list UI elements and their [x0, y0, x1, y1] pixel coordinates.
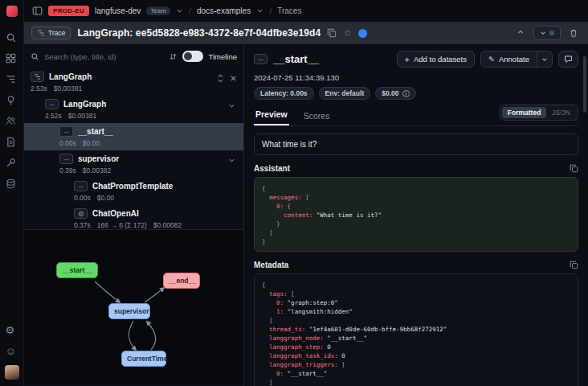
tracing-icon[interactable]	[6, 74, 18, 87]
tree-row-label: supervisor	[78, 154, 119, 163]
comment-button[interactable]	[558, 51, 578, 68]
span-icon: ↔	[45, 99, 59, 109]
langfuse-logo	[6, 6, 18, 17]
detail-header: ↔ __start__ + Add to datasets ✎ Annotate	[254, 51, 578, 68]
sidebar-toggle-icon[interactable]	[32, 6, 43, 16]
expand-all-icon[interactable]	[217, 74, 224, 83]
tree-row-label: LangGraph	[49, 72, 92, 81]
graph-node-start[interactable]: __start__	[56, 262, 98, 278]
span-icon: ↔	[59, 154, 73, 164]
collapse-chevron-icon[interactable]	[228, 102, 235, 109]
detail-tabs: Preview Scores Formatted JSON	[254, 106, 578, 126]
tab-scores[interactable]: Scores	[302, 108, 332, 125]
tree-row-label: LangGraph	[63, 100, 106, 109]
tree-search-input[interactable]	[44, 52, 164, 61]
org-switcher-chevron-icon[interactable]	[176, 7, 183, 14]
graph-node-currenttime[interactable]: CurrentTime	[121, 351, 166, 367]
format-json-button[interactable]: JSON	[546, 107, 576, 118]
collapse-chevron-icon[interactable]	[228, 157, 235, 164]
tree-row-trace-langgraph[interactable]: LangGraph 2.53s$0.00381	[24, 68, 243, 96]
input-preview: What time is it?	[254, 133, 578, 155]
graph-node-end[interactable]: __end__	[163, 273, 200, 289]
observation-title: __start__	[273, 53, 319, 65]
tab-preview[interactable]: Preview	[254, 106, 289, 125]
tree-row-metrics: 0.00s$0.00	[74, 194, 237, 202]
trace-type-badge: Trace	[31, 27, 71, 39]
playground-icon[interactable]	[6, 158, 18, 170]
project-name[interactable]: docs-examples	[197, 6, 251, 15]
metadata-section-header: Metadata	[254, 261, 578, 269]
observation-tree: LangGraph 2.53s$0.00381 ↔ LangGraph 2.5	[24, 68, 243, 230]
timeline-toggle[interactable]	[182, 51, 203, 62]
trace-header: Trace LangGraph: ee5d5828-e983-4372-8e7f…	[24, 22, 588, 44]
annotate-split-button: ✎ Annotate	[480, 51, 553, 68]
project-switcher-chevron-icon[interactable]	[256, 7, 263, 14]
latency-badge: Latency: 0.00s	[254, 87, 314, 100]
observation-timestamp: 2024-07-25 11:34:39.130	[254, 73, 578, 82]
cost-badge[interactable]: $0.00 i	[375, 87, 415, 100]
assistant-section-header: Assistant	[254, 164, 578, 173]
badge-row: Latency: 0.00s Env: default $0.00 i	[254, 87, 578, 100]
tree-row-metrics: 2.52s$0.00381	[45, 112, 237, 120]
breadcrumb-separator: /	[189, 6, 191, 16]
delete-trace-icon[interactable]	[566, 26, 581, 40]
prompts-icon[interactable]	[6, 137, 18, 150]
metadata-label: Metadata	[254, 261, 288, 269]
annotate-button[interactable]: ✎ Annotate	[480, 51, 537, 68]
org-name[interactable]: langfuse-dev	[95, 6, 141, 15]
trace-icon	[31, 72, 44, 82]
users-icon[interactable]	[6, 116, 18, 129]
breadcrumb-separator: /	[269, 6, 272, 16]
span-icon: ↔	[254, 54, 267, 64]
tree-row-start[interactable]: ↔ __start__ 0.00s$0.00	[24, 123, 243, 150]
tree-row-span-langgraph[interactable]: ↔ LangGraph 2.52s$0.00381	[24, 96, 243, 123]
assistant-label: Assistant	[254, 164, 290, 173]
tree-row-supervisor[interactable]: ↔ supervisor 0.39s$0.00382	[24, 150, 243, 178]
copy-trace-id-icon[interactable]	[327, 28, 337, 38]
public-share-icon[interactable]	[358, 29, 367, 38]
support-icon[interactable]: ☺	[6, 343, 18, 356]
observation-tree-panel: Timeline LangGraph 2.53s$0.00381	[24, 44, 244, 386]
tree-row-label: ChatPromptTemplate	[92, 182, 173, 191]
span-icon: ↔	[59, 126, 73, 137]
add-to-datasets-button[interactable]: + Add to datasets	[397, 51, 475, 68]
copy-icon[interactable]	[570, 261, 578, 269]
environment-badge: PROD-EU	[48, 6, 89, 16]
search-box[interactable]	[44, 52, 164, 61]
scrollbar-thumb[interactable]	[583, 56, 586, 113]
bookmark-star-icon[interactable]: ☆	[343, 27, 352, 39]
icon-rail: ⚙ ☺	[0, 0, 24, 386]
sort-icon[interactable]	[169, 52, 178, 61]
datasets-icon[interactable]	[6, 179, 18, 191]
format-formatted-button[interactable]: Formatted	[502, 107, 547, 118]
breadcrumb-bar: PROD-EU langfuse-dev Team / docs-example…	[24, 0, 588, 22]
trace-title: LangGraph: ee5d5828-e983-4372-8e7f-04dfb…	[77, 27, 321, 39]
search-icon[interactable]	[6, 32, 18, 45]
agent-graph: __start__ __end__ supervisor CurrentTime	[24, 230, 243, 384]
assistant-output-json: { messages: [ 0: { content: "What time i…	[254, 177, 578, 252]
evaluation-icon[interactable]	[6, 95, 18, 108]
settings-gear-icon[interactable]: ⚙	[6, 322, 18, 335]
pencil-icon: ✎	[488, 55, 495, 64]
collapse-all-icon[interactable]	[230, 74, 237, 83]
org-plan-badge: Team	[146, 6, 170, 15]
format-toggle: Formatted JSON	[500, 105, 578, 121]
user-avatar[interactable]	[5, 365, 19, 380]
span-icon: ↔	[74, 181, 88, 191]
copy-icon[interactable]	[570, 164, 578, 173]
annotate-dropdown-chevron[interactable]	[537, 51, 553, 68]
expand-trace-icon[interactable]	[513, 26, 528, 40]
tree-row-metrics: 2.53s$0.00381	[31, 84, 237, 92]
tree-row-chatopenai[interactable]: ChatOpenAI 0.37s166 → 6 (Σ 172)$0.00082	[24, 205, 243, 230]
navigation-dropdown-button[interactable]	[533, 26, 561, 40]
generation-icon	[74, 208, 88, 219]
dashboard-icon[interactable]	[6, 53, 18, 66]
graph-node-supervisor[interactable]: supervisor	[108, 303, 150, 319]
tree-row-label: ChatOpenAI	[92, 209, 139, 218]
tree-row-metrics: 0.37s166 → 6 (Σ 172)$0.00082	[74, 221, 237, 229]
search-icon	[31, 52, 39, 61]
tree-row-chatprompttemplate[interactable]: ↔ ChatPromptTemplate 0.00s$0.00	[24, 178, 243, 205]
observation-detail-panel: ↔ __start__ + Add to datasets ✎ Annotate…	[245, 44, 588, 386]
timeline-toggle-label: Timeline	[208, 52, 237, 61]
breadcrumb-section[interactable]: Traces	[277, 6, 301, 15]
